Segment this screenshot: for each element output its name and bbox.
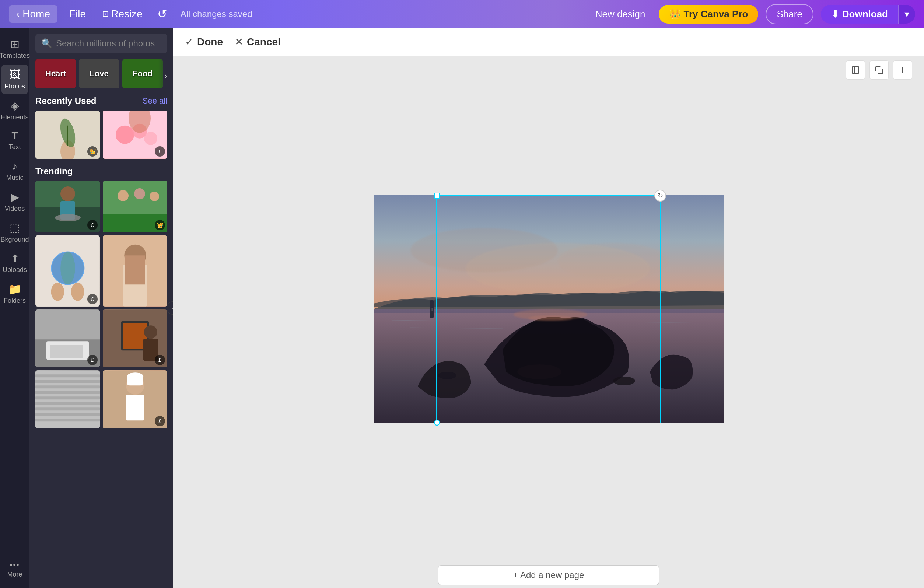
photos-panel: 🔍 ♥ Heart Love [30, 28, 173, 588]
category-next-button[interactable]: › [158, 59, 173, 93]
sidebar-item-uploads[interactable]: ⬆ Uploads [2, 249, 28, 277]
svg-point-12 [144, 132, 157, 145]
paid-badge-6: £ [155, 416, 165, 426]
category-love[interactable]: Love [79, 59, 119, 88]
more-icon: ••• [10, 561, 20, 569]
trending-photo-7[interactable] [35, 370, 100, 428]
trending-photo-3[interactable]: £ [35, 235, 100, 307]
trending-photo-2[interactable]: 👑 [103, 181, 167, 233]
canvas-scroll[interactable]: ↻ ||| [173, 56, 924, 562]
pound-icon: £ [158, 357, 162, 363]
resize-button[interactable]: ⊡ Resize [97, 5, 147, 23]
pound-icon: £ [91, 357, 94, 363]
music-icon: ♪ [12, 160, 18, 172]
undo-button[interactable]: ↺ [154, 4, 170, 24]
trending-photo-6[interactable]: £ [103, 309, 167, 368]
videos-icon: ▶ [11, 190, 19, 203]
sidebar-item-bkground[interactable]: ⬚ Bkground [2, 218, 28, 247]
search-input-wrap: 🔍 [35, 34, 167, 53]
pound-icon: £ [158, 149, 162, 154]
svg-rect-44 [35, 375, 100, 378]
search-input[interactable] [56, 38, 166, 49]
crop-icon-button[interactable] [846, 60, 865, 79]
svg-rect-46 [35, 386, 100, 389]
sidebar-item-label: Templates [0, 52, 30, 60]
category-food-label: Food [122, 59, 163, 88]
done-cancel-bar: ✓ Done ✕ Cancel [173, 28, 924, 56]
crop-left-handle[interactable]: ||| [430, 300, 434, 318]
sidebar-item-photos[interactable]: 🖼 Photos [2, 65, 28, 94]
elements-icon: ◈ [11, 99, 19, 112]
svg-point-10 [116, 126, 134, 144]
sidebar-item-elements[interactable]: ◈ Elements [2, 96, 28, 125]
sidebar-item-videos[interactable]: ▶ Videos [2, 187, 28, 216]
svg-point-27 [60, 252, 75, 285]
file-button[interactable]: File [65, 5, 90, 23]
svg-point-16 [60, 187, 75, 201]
sidebar-item-more[interactable]: ••• More [2, 557, 28, 582]
see-all-button[interactable]: See all [143, 96, 167, 106]
search-icon: 🔍 [41, 38, 52, 49]
trending-photo-1[interactable]: £ [35, 181, 100, 233]
add-icon-button[interactable] [893, 60, 912, 79]
svg-point-56 [127, 373, 143, 380]
trending-title: Trending [35, 166, 73, 177]
svg-point-75 [438, 372, 457, 379]
category-food[interactable]: Food [122, 59, 163, 88]
download-group: ⬇ Download ▾ [821, 5, 915, 23]
panel-scroll[interactable]: Recently Used See all [30, 93, 173, 588]
text-icon: T [12, 130, 18, 142]
checkmark-icon: ✓ [185, 36, 193, 48]
recently-used-photo-1[interactable]: 👑 [35, 111, 100, 159]
svg-rect-50 [35, 408, 100, 411]
sidebar-item-label: Music [6, 174, 23, 182]
home-button[interactable]: ‹ Home [9, 5, 58, 23]
svg-point-77 [528, 315, 573, 321]
cancel-button[interactable]: ✕ Cancel [235, 36, 281, 48]
svg-rect-52 [35, 419, 100, 422]
recently-used-photo-2[interactable]: £ [103, 111, 167, 159]
download-button[interactable]: ⬇ Download [821, 5, 898, 23]
home-label: Home [23, 8, 50, 20]
resize-icon: ⊡ [102, 9, 109, 19]
svg-point-74 [613, 377, 635, 385]
copy-icon-button[interactable] [870, 60, 889, 79]
trending-photo-5[interactable]: £ [35, 309, 100, 368]
category-heart[interactable]: ♥ Heart [35, 59, 76, 88]
left-sidebar: ⊞ Templates 🖼 Photos ◈ Elements T Text ♪… [0, 28, 30, 588]
sidebar-item-label: Folders [4, 297, 26, 305]
sidebar-item-label: Bkground [0, 236, 29, 243]
chevron-left-icon: ‹ [16, 8, 20, 20]
recently-used-grid: 👑 [35, 111, 167, 159]
crown-icon: 👑 [669, 8, 681, 20]
download-dropdown-button[interactable]: ▾ [898, 5, 915, 23]
sidebar-item-music[interactable]: ♪ Music [2, 156, 28, 185]
done-button[interactable]: ✓ Done [185, 36, 223, 48]
canvas-area: ✓ Done ✕ Cancel [173, 28, 924, 588]
sidebar-item-label: Photos [5, 83, 25, 90]
svg-rect-48 [35, 397, 100, 400]
share-button[interactable]: Share [766, 4, 813, 24]
design-canvas: ↻ ||| [405, 195, 692, 423]
search-bar: 🔍 [30, 28, 173, 59]
canvas-toolbar [846, 56, 912, 84]
new-design-button[interactable]: New design [589, 5, 652, 23]
sidebar-item-label: Uploads [3, 266, 27, 274]
sidebar-item-label: More [7, 571, 22, 578]
sidebar-item-text[interactable]: T Text [2, 126, 28, 155]
pound-icon: £ [158, 418, 162, 424]
bkground-icon: ⬚ [10, 221, 20, 234]
svg-point-23 [150, 192, 159, 201]
trending-photo-4[interactable] [103, 235, 167, 307]
pound-icon: £ [91, 222, 94, 228]
photos-icon: 🖼 [9, 69, 20, 81]
add-new-page-button[interactable]: + Add a new page [438, 565, 659, 585]
svg-point-22 [134, 188, 145, 199]
trending-photo-8[interactable]: £ [103, 370, 167, 428]
sidebar-item-templates[interactable]: ⊞ Templates [2, 34, 28, 63]
svg-rect-47 [35, 391, 100, 394]
svg-rect-58 [852, 67, 859, 73]
sidebar-item-folders[interactable]: 📁 Folders [2, 279, 28, 308]
svg-point-29 [71, 283, 84, 301]
try-canva-pro-button[interactable]: 👑 Try Canva Pro [659, 5, 759, 23]
